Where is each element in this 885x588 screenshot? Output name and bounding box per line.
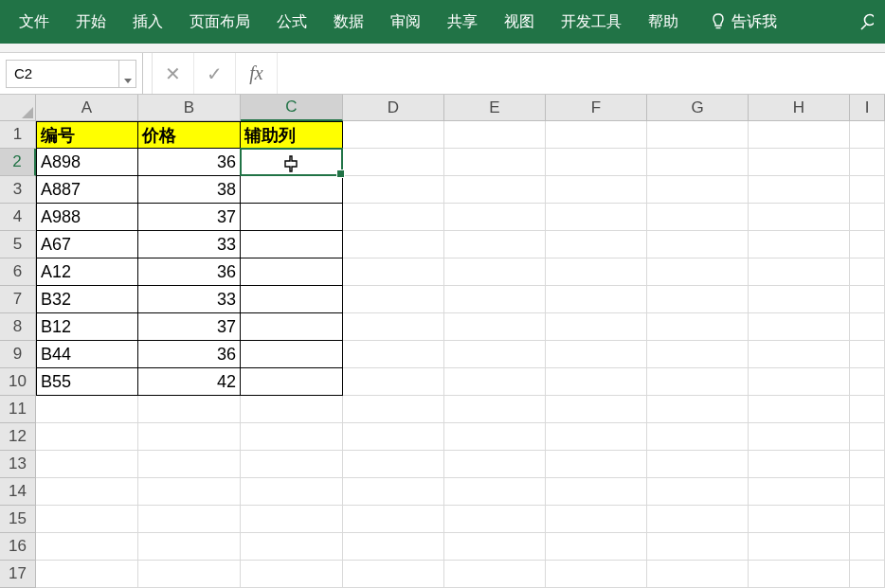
cell-I3[interactable] (850, 176, 885, 204)
col-header-C[interactable]: C (241, 95, 343, 121)
cell-C11[interactable] (241, 396, 343, 423)
row-header-14[interactable]: 14 (0, 478, 36, 506)
cell-D1[interactable] (343, 121, 444, 149)
row-header-17[interactable]: 17 (0, 561, 36, 588)
cell-F16[interactable] (546, 533, 647, 561)
cell-D17[interactable] (343, 561, 444, 588)
cell-B15[interactable] (138, 506, 241, 533)
cell-A5[interactable]: A67 (36, 231, 138, 258)
row-header-5[interactable]: 5 (0, 231, 36, 258)
cell-B11[interactable] (138, 396, 241, 423)
cell-H4[interactable] (749, 204, 850, 231)
cell-H8[interactable] (749, 313, 850, 341)
cell-I7[interactable] (850, 286, 885, 313)
row-header-10[interactable]: 10 (0, 368, 36, 396)
cell-A4[interactable]: A988 (36, 204, 138, 231)
cell-G1[interactable] (647, 121, 749, 149)
row-header-6[interactable]: 6 (0, 258, 36, 286)
cell-H11[interactable] (749, 396, 850, 423)
cell-B12[interactable] (138, 423, 241, 451)
cell-A12[interactable] (36, 423, 138, 451)
row-header-11[interactable]: 11 (0, 396, 36, 423)
cell-A10[interactable]: B55 (36, 368, 138, 396)
cell-E5[interactable] (444, 231, 546, 258)
cell-H5[interactable] (749, 231, 850, 258)
cell-A2[interactable]: A898 (36, 149, 138, 176)
cell-F11[interactable] (546, 396, 647, 423)
col-header-A[interactable]: A (36, 95, 138, 121)
col-header-B[interactable]: B (138, 95, 241, 121)
cell-C15[interactable] (241, 506, 343, 533)
cell-E4[interactable] (444, 204, 546, 231)
cell-H15[interactable] (749, 506, 850, 533)
tab-insert[interactable]: 插入 (119, 0, 176, 44)
cell-F5[interactable] (546, 231, 647, 258)
formula-input[interactable] (278, 53, 885, 94)
cell-D7[interactable] (343, 286, 444, 313)
cell-G2[interactable] (647, 149, 749, 176)
cell-C5[interactable] (241, 231, 343, 258)
cell-A11[interactable] (36, 396, 138, 423)
cell-C4[interactable] (241, 204, 343, 231)
row-header-12[interactable]: 12 (0, 423, 36, 451)
cell-B9[interactable]: 36 (138, 341, 241, 368)
cell-B10[interactable]: 42 (138, 368, 241, 396)
cell-B4[interactable]: 37 (138, 204, 241, 231)
cell-A16[interactable] (36, 533, 138, 561)
cell-A15[interactable] (36, 506, 138, 533)
cell-B8[interactable]: 37 (138, 313, 241, 341)
cell-A17[interactable] (36, 561, 138, 588)
cell-I2[interactable] (850, 149, 885, 176)
select-all-corner[interactable] (0, 95, 36, 121)
spreadsheet-grid[interactable]: ABCDEFGHI 1234567891011121314151617 编号价格… (0, 95, 885, 588)
cell-E6[interactable] (444, 258, 546, 286)
row-header-4[interactable]: 4 (0, 204, 36, 231)
cell-G14[interactable] (647, 478, 749, 506)
cell-I9[interactable] (850, 341, 885, 368)
cell-D6[interactable] (343, 258, 444, 286)
cell-G3[interactable] (647, 176, 749, 204)
cell-G10[interactable] (647, 368, 749, 396)
cell-G16[interactable] (647, 533, 749, 561)
cell-F13[interactable] (546, 451, 647, 478)
cell-I17[interactable] (850, 561, 885, 588)
cell-C13[interactable] (241, 451, 343, 478)
row-header-13[interactable]: 13 (0, 451, 36, 478)
cell-C7[interactable] (241, 286, 343, 313)
cell-D14[interactable] (343, 478, 444, 506)
cell-F2[interactable] (546, 149, 647, 176)
insert-function-button[interactable]: fx (236, 53, 278, 94)
cell-E11[interactable] (444, 396, 546, 423)
cell-C10[interactable] (241, 368, 343, 396)
cell-E13[interactable] (444, 451, 546, 478)
cell-E8[interactable] (444, 313, 546, 341)
cell-D3[interactable] (343, 176, 444, 204)
cell-E12[interactable] (444, 423, 546, 451)
cell-B5[interactable]: 33 (138, 231, 241, 258)
cell-E9[interactable] (444, 341, 546, 368)
tell-me[interactable]: 告诉我 (697, 0, 790, 44)
cell-H1[interactable] (749, 121, 850, 149)
cell-G12[interactable] (647, 423, 749, 451)
cell-D4[interactable] (343, 204, 444, 231)
cell-E1[interactable] (444, 121, 546, 149)
cell-H13[interactable] (749, 451, 850, 478)
cell-F17[interactable] (546, 561, 647, 588)
cell-E7[interactable] (444, 286, 546, 313)
cell-I6[interactable] (850, 258, 885, 286)
cell-G17[interactable] (647, 561, 749, 588)
search-partial-icon[interactable] (855, 0, 879, 44)
tab-formulas[interactable]: 公式 (263, 0, 320, 44)
formula-cancel-button[interactable]: ✕ (153, 53, 194, 94)
tab-developer[interactable]: 开发工具 (548, 0, 635, 44)
cell-C14[interactable] (241, 478, 343, 506)
cell-D10[interactable] (343, 368, 444, 396)
name-box-dropdown[interactable] (119, 60, 136, 88)
cell-D9[interactable] (343, 341, 444, 368)
cell-C1[interactable]: 辅助列 (241, 121, 343, 149)
cell-I12[interactable] (850, 423, 885, 451)
col-header-E[interactable]: E (444, 95, 546, 121)
cell-C12[interactable] (241, 423, 343, 451)
cell-B14[interactable] (138, 478, 241, 506)
cell-B2[interactable]: 36 (138, 149, 241, 176)
